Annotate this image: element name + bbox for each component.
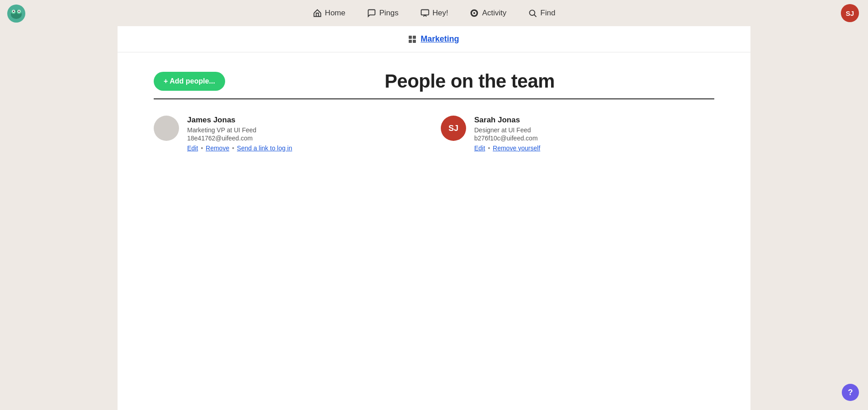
avatar-sarah: SJ: [441, 116, 466, 141]
nav-home[interactable]: Home: [313, 9, 345, 18]
person-email-sarah: b276f10c@uifeed.com: [474, 135, 540, 142]
svg-point-6: [13, 11, 14, 12]
project-grid-icon: [409, 36, 416, 43]
app-logo[interactable]: [7, 5, 25, 23]
person-actions-sarah: Edit • Remove yourself: [474, 144, 540, 152]
person-actions-james: Edit • Remove • Send a link to log in: [187, 144, 292, 152]
project-header: Marketing: [118, 26, 750, 52]
person-card-james: James Jonas Marketing VP at UI Feed 18e4…: [154, 116, 427, 152]
nav-hey[interactable]: Hey!: [420, 9, 448, 18]
person-name-sarah: Sarah Jonas: [474, 116, 540, 125]
person-name-james: James Jonas: [187, 116, 292, 125]
home-icon: [313, 9, 322, 18]
find-icon: [528, 9, 537, 18]
svg-point-11: [473, 12, 475, 14]
person-role-sarah: Designer at UI Feed: [474, 126, 540, 134]
person-info-sarah: Sarah Jonas Designer at UI Feed b276f10c…: [474, 116, 540, 152]
activity-icon: [470, 9, 479, 18]
top-nav: Home Pings Hey! Activity Find: [0, 0, 868, 26]
people-list: James Jonas Marketing VP at UI Feed 18e4…: [154, 116, 714, 152]
page-title: People on the team: [225, 70, 714, 92]
person-info-james: James Jonas Marketing VP at UI Feed 18e4…: [187, 116, 292, 152]
edit-link-james[interactable]: Edit: [187, 144, 198, 152]
person-role-james: Marketing VP at UI Feed: [187, 126, 292, 134]
avatar-james: [154, 116, 179, 141]
title-underline: [154, 98, 714, 99]
remove-link-james[interactable]: Remove: [206, 144, 229, 152]
svg-point-12: [530, 10, 535, 15]
svg-line-13: [534, 15, 537, 17]
hey-icon: [420, 9, 429, 18]
person-email-james: 18e41762@uifeed.com: [187, 135, 292, 142]
page-card: Marketing + Add people... People on the …: [118, 26, 750, 410]
person-card-sarah: SJ Sarah Jonas Designer at UI Feed b276f…: [441, 116, 714, 152]
page-content: + Add people... People on the team James…: [118, 52, 750, 170]
help-button[interactable]: ?: [842, 384, 859, 401]
nav-pings[interactable]: Pings: [367, 9, 399, 18]
sep2: •: [232, 144, 234, 152]
add-people-button[interactable]: + Add people...: [154, 72, 225, 91]
sep1: •: [201, 144, 203, 152]
send-link-james[interactable]: Send a link to log in: [237, 144, 292, 152]
project-title[interactable]: Marketing: [420, 34, 459, 44]
page-title-row: + Add people... People on the team: [154, 70, 714, 92]
pings-icon: [367, 9, 376, 18]
nav-find[interactable]: Find: [528, 9, 555, 18]
svg-point-7: [19, 11, 20, 12]
sep3: •: [488, 144, 490, 152]
remove-yourself-link-sarah[interactable]: Remove yourself: [493, 144, 540, 152]
nav-activity[interactable]: Activity: [470, 9, 506, 18]
user-avatar-topright[interactable]: SJ: [841, 4, 859, 22]
edit-link-sarah[interactable]: Edit: [474, 144, 485, 152]
main-wrapper: Marketing + Add people... People on the …: [118, 0, 750, 410]
svg-rect-8: [421, 10, 429, 15]
